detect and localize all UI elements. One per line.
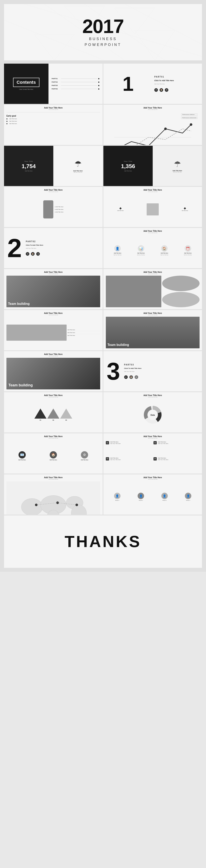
part-label-1: PART01 — [52, 78, 60, 80]
icon-label-chart: Add Title Here — [137, 252, 145, 254]
tri1-label-2: 02 — [53, 420, 54, 421]
laptop1-img — [6, 324, 67, 341]
num-desc-04: Add Your Title Here — [158, 459, 168, 461]
person-3: 👤 Person 3 — [161, 493, 168, 501]
number-1356-right: ☂ Add Title Here Add Your Title Here — [153, 146, 202, 186]
perf-tag-1: Performance collection — [181, 113, 198, 116]
icon-desc-home: Add Your Title Here — [161, 254, 168, 255]
umbrella-icon-2: ☂ — [174, 159, 181, 169]
part01-desc: Add Your Title Here — [154, 83, 199, 85]
part02-info: PART02 Click To Add Title Here Add Your … — [26, 240, 43, 256]
tb2-title: Add Your Title Here — [106, 271, 200, 273]
umbrella-icon: ☂ — [74, 159, 82, 168]
phone-item-1: ▸ Add Title Here — [55, 206, 63, 207]
part03-number: 3 — [107, 359, 120, 383]
performance-inner: Add Your Title Here click to add sub tit… — [103, 105, 202, 145]
contents-item-4: PART06 — [52, 88, 100, 90]
tri1-title: Add Your Title Here — [6, 394, 100, 397]
contents-left-panel: Contents Click To Add Title Here — [4, 64, 48, 104]
perf-tag-2: Performance achievement — [181, 117, 198, 119]
icon1-circle-3: ⚙ — [81, 451, 88, 459]
tri2-content: Data — [106, 399, 200, 431]
icon-item-chart: 📊 Add Title Here Add Your Title Here — [137, 245, 145, 255]
triangle-3 — [60, 408, 72, 418]
phone-item-2: ▸ Add Title Here — [55, 209, 63, 210]
thanks-text: THANKS — [65, 532, 141, 551]
part-line-1 — [61, 79, 97, 79]
num-desc-03: Add Your Title Here — [110, 459, 121, 461]
tri2-inner: Add Your Title Here click to add sub tit… — [103, 392, 202, 433]
tri1-label-3: 03 — [65, 420, 67, 421]
laptop1-item-2: Add Title Here — [67, 332, 100, 334]
early-goal-slide: Add Your Title Here click to add sub tit… — [4, 105, 103, 145]
icons-row-content: 👤 Add Title Here Add Your Title Here 📊 A… — [106, 235, 200, 266]
dots-content: Add Title Here Add Title Here — [106, 193, 200, 225]
tri2-sub: click to add sub title — [106, 397, 200, 398]
triangle-slide-1: Add Your Title Here click to add sub tit… — [4, 392, 103, 433]
num-item-04: 04 Add Title Here Add Your Title Here — [153, 457, 200, 470]
tb2-circle-img-1 — [162, 276, 200, 291]
part-dot-6 — [98, 88, 99, 90]
phone-slide: Add Your Title Here click to add sub tit… — [4, 187, 103, 227]
laptop1-items: Add Title Here Add Title Here Add Title … — [67, 329, 100, 336]
contents-subtitle: Click To Add Title Here — [19, 89, 33, 90]
cover-subtitle: BUSINESS POWERPOINT — [82, 36, 124, 48]
num-item-01: 01 Add Title Here Add Your Title Here — [106, 441, 152, 455]
laptop1-sub: click to add sub title — [6, 314, 100, 315]
early-goal-item-2: Add Title Here — [6, 121, 100, 122]
part01-icon-3: ⚙ — [165, 88, 168, 92]
part01-label: PART01 — [154, 76, 199, 78]
world-map-sub: click to add sub title — [6, 478, 100, 480]
part03-title: Click To Add Title Here — [124, 368, 142, 369]
part01-icons-row: ✉ 🏠 ⚙ — [154, 88, 199, 92]
laptop2-text-overlay: Team building — [107, 343, 129, 347]
world-map-title: Add Your Title Here — [6, 476, 100, 478]
part03-info: PART03 Click To Add Title Here Add Your … — [124, 364, 142, 379]
icons1-sub: click to add sub title — [6, 437, 100, 439]
icon1-circle-2: 🏠 — [50, 451, 57, 459]
contents-title: Contents — [13, 78, 39, 87]
part-dot-1 — [98, 78, 99, 79]
number-1754-right: ☂ Add Title Here Add Your Title Here — [53, 146, 103, 186]
tb1-inner: Add Your Title Here click to add sub tit… — [4, 269, 103, 309]
icon-label-home: Add Title Here — [161, 252, 168, 254]
num-item-02: 02 Add Title Here Add Your Title Here — [153, 441, 200, 455]
laptop2-sub: click to add sub title — [106, 314, 200, 315]
performance-sub: click to add sub title — [106, 109, 200, 110]
part03-icon-1: ✉ — [124, 375, 128, 379]
part01-title: Click To Add Title Here — [154, 80, 199, 82]
laptop2-img: Team building — [106, 317, 200, 348]
numbered-items-slide: Add Your Title Here click to add sub tit… — [103, 433, 202, 473]
phone-slide-content: ▸ Add Title Here ▸ Add Title Here ▸ Add … — [6, 193, 100, 225]
phone-text-items: ▸ Add Title Here ▸ Add Title Here ▸ Add … — [55, 206, 63, 213]
people-content: 👤 Person 1 👤 Person 2 👤 Person 3 👤 Perso… — [106, 481, 200, 513]
num-title-01: Add Title Here — [110, 441, 121, 443]
svg-point-12 — [164, 127, 167, 130]
team-building-slide-3: Add Your Title Here click to add sub tit… — [4, 351, 103, 392]
tb2-circle-img-2 — [162, 292, 200, 307]
tb1-text-overlay: Team building — [8, 302, 30, 306]
performance-legend: Performance collection Performance achie… — [181, 113, 198, 119]
tri2-title: Add Your Title Here — [106, 394, 200, 397]
laptop2-title: Add Your Title Here — [106, 312, 200, 314]
tri1-item-3: 03 — [60, 408, 72, 421]
world-map-content — [6, 481, 100, 515]
number-1754-layout: Your Title 1,754 Add Title Here ☂ Add Ti… — [4, 146, 103, 186]
tb1-sub: click to add sub title — [6, 273, 100, 274]
num-badge-02: 02 — [153, 441, 157, 444]
early-goal-section: Early goal — [6, 115, 100, 117]
part02-icon-3: ⚙ — [36, 252, 40, 256]
num-right-label: Add Title Here — [73, 170, 83, 172]
home-icon: 🏠 — [161, 245, 168, 252]
person-1: 👤 Person 1 — [114, 493, 121, 501]
num-badge-01: 01 — [106, 441, 109, 444]
dots-slide-1-title: Add Your Title Here — [106, 189, 200, 191]
num-badge-03: 03 — [106, 457, 109, 461]
number-1356-left: Your Title 1,356 Add Title Here — [103, 146, 153, 186]
phone-item-3: ▸ Add Title Here — [55, 211, 63, 213]
team-building-slide-1: Add Your Title Here click to add sub tit… — [4, 269, 103, 309]
dot-label-1: Add Title Here — [117, 210, 124, 211]
icons1-label-2: Add Title Here — [49, 459, 57, 461]
tb2-inner: Add Your Title Here click to add sub tit… — [103, 269, 202, 309]
person-label-3: Person 3 — [163, 500, 167, 501]
